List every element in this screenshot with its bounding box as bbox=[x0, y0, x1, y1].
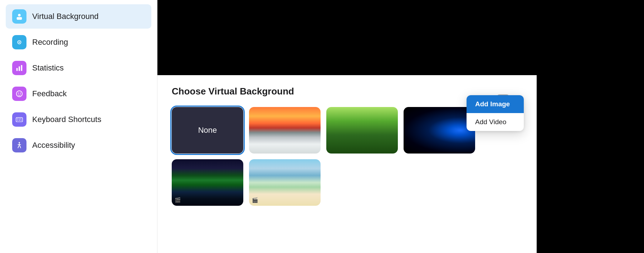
none-label: None bbox=[198, 126, 217, 135]
background-space[interactable] bbox=[404, 107, 475, 154]
virtual-background-icon bbox=[12, 9, 26, 24]
video-badge-aurora: 🎬 bbox=[175, 197, 181, 203]
video-badge-beach: 🎬 bbox=[252, 197, 258, 203]
svg-rect-5 bbox=[19, 66, 20, 71]
sidebar-label-feedback: Feedback bbox=[32, 89, 67, 98]
sidebar-label-keyboard-shortcuts: Keyboard Shortcuts bbox=[32, 115, 101, 124]
sidebar-label-virtual-background: Virtual Background bbox=[32, 12, 99, 21]
background-beach[interactable]: 🎬 bbox=[249, 159, 321, 206]
content-panel: Choose Virtual Background ⊞ Add Image Ad… bbox=[157, 75, 537, 253]
svg-point-0 bbox=[18, 14, 20, 16]
video-preview bbox=[157, 0, 537, 75]
recording-icon bbox=[12, 35, 26, 49]
sidebar-item-statistics[interactable]: Statistics bbox=[6, 56, 151, 80]
add-dropdown-menu: Add Image Add Video bbox=[467, 95, 524, 131]
svg-rect-14 bbox=[17, 120, 18, 121]
sidebar-item-accessibility[interactable]: Accessibility bbox=[6, 133, 151, 157]
add-video-button[interactable]: Add Video bbox=[467, 113, 524, 131]
svg-rect-13 bbox=[20, 118, 21, 119]
keyboard-shortcuts-icon bbox=[12, 112, 26, 127]
svg-rect-15 bbox=[19, 120, 20, 121]
svg-rect-10 bbox=[16, 118, 23, 122]
background-grass[interactable] bbox=[326, 107, 398, 154]
svg-point-3 bbox=[19, 42, 20, 43]
sidebar-item-feedback[interactable]: Feedback bbox=[6, 82, 151, 106]
svg-rect-6 bbox=[21, 65, 23, 71]
sidebar-label-accessibility: Accessibility bbox=[32, 141, 75, 150]
main-content: Choose Virtual Background ⊞ Add Image Ad… bbox=[157, 0, 537, 253]
feedback-icon bbox=[12, 87, 26, 101]
sidebar-item-virtual-background[interactable]: Virtual Background bbox=[6, 4, 151, 29]
statistics-icon bbox=[12, 61, 26, 75]
background-golden-gate[interactable] bbox=[249, 107, 321, 154]
background-none[interactable]: None bbox=[172, 107, 243, 154]
svg-rect-16 bbox=[21, 120, 22, 121]
svg-rect-4 bbox=[16, 68, 18, 71]
svg-point-8 bbox=[18, 93, 19, 94]
svg-point-9 bbox=[20, 93, 21, 94]
svg-rect-1 bbox=[17, 17, 22, 20]
accessibility-icon bbox=[12, 138, 26, 152]
right-panel bbox=[537, 0, 644, 253]
sidebar-label-recording: Recording bbox=[32, 38, 68, 47]
svg-point-7 bbox=[16, 91, 23, 97]
background-aurora[interactable]: 🎬 bbox=[172, 159, 243, 206]
sidebar-item-recording[interactable]: Recording bbox=[6, 30, 151, 54]
sidebar-item-keyboard-shortcuts[interactable]: Keyboard Shortcuts bbox=[6, 107, 151, 132]
sidebar: Virtual Background Recording Statistics bbox=[0, 0, 157, 253]
sidebar-label-statistics: Statistics bbox=[32, 63, 64, 73]
svg-point-17 bbox=[19, 142, 20, 143]
svg-rect-11 bbox=[17, 118, 18, 119]
svg-rect-12 bbox=[19, 118, 20, 119]
add-image-button[interactable]: Add Image bbox=[467, 95, 524, 113]
